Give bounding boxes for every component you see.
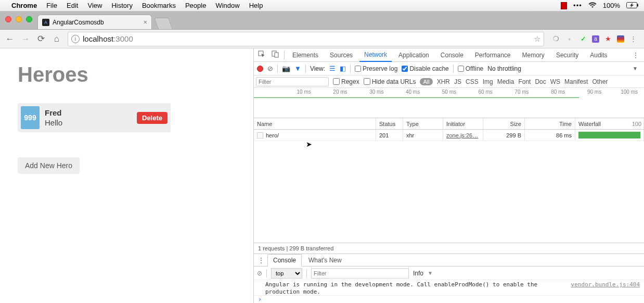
ext-icon-2[interactable]: ⭑ [565,34,574,44]
extensions: ❍ ⭑ ✓ a ★ ⋮ [551,34,638,44]
col-waterfall[interactable]: Waterfall100 [575,118,644,129]
col-initiator[interactable]: Initiator [443,118,483,129]
console-message: Angular is running in the development mo… [254,280,644,296]
close-window-button[interactable] [5,16,11,22]
tab-security[interactable]: Security [551,49,583,61]
disable-cache-checkbox[interactable]: Disable cache [402,65,448,72]
col-name[interactable]: Name [254,118,376,129]
menu-file[interactable]: File [46,2,57,9]
bookmark-icon[interactable]: ☆ [534,34,540,44]
console-source-link[interactable]: vendor.bundle.js:404 [571,281,640,288]
add-hero-button[interactable]: Add New Hero [18,157,80,174]
network-timeline[interactable]: 10 ms 20 ms 30 ms 40 ms 50 ms 60 ms 70 m… [254,88,644,118]
tab-console[interactable]: Console [436,49,468,61]
row-initiator[interactable]: zone.js:26… [446,132,478,138]
drawer-menu-icon[interactable]: ⋮ [256,257,266,264]
menu-help[interactable]: Help [249,2,263,9]
delete-button[interactable]: Delete [137,112,168,124]
filter-js[interactable]: JS [454,78,461,85]
battery-percent: 100% [603,2,620,9]
table-row[interactable]: hero/ 201 xhr zone.js:26… 299 B 86 ms [254,130,644,141]
site-info-icon[interactable]: i [71,35,80,43]
col-status[interactable]: Status [376,118,403,129]
filter-other[interactable]: Other [592,78,608,85]
forward-button[interactable]: → [19,34,32,44]
menu-window[interactable]: Window [215,2,239,9]
filter-img[interactable]: Img [483,78,493,85]
tab-performance[interactable]: Performance [470,49,516,61]
hide-data-urls-checkbox[interactable]: Hide data URLs [364,78,416,85]
menu-extra-dots-icon[interactable]: ••• [573,2,582,9]
menu-edit[interactable]: Edit [67,2,78,9]
page-title: Heroes [18,63,248,86]
filter-xhr[interactable]: XHR [437,78,450,85]
filter-doc[interactable]: Doc [535,78,546,85]
menu-bookmarks[interactable]: Bookmarks [142,2,176,9]
offline-checkbox[interactable]: Offline [458,65,483,72]
close-tab-icon[interactable]: × [143,18,147,26]
ext-icon-5[interactable]: ★ [603,34,613,44]
throttling-select[interactable]: No throttling [487,65,521,72]
address-bar[interactable]: i localhost:3000 ☆ [68,32,544,46]
hero-card[interactable]: 999 Fred Hello Delete [18,103,171,132]
tab-memory[interactable]: Memory [518,49,549,61]
chrome-menu-icon[interactable]: ⋮ [628,34,638,44]
drawer-tab-console[interactable]: Console [267,254,302,267]
devtools-more-icon[interactable]: ⋮ [629,52,642,59]
url-text: localhost:3000 [83,34,133,43]
battery-icon[interactable] [626,2,639,10]
record-icon[interactable] [257,66,263,72]
filter-all[interactable]: All [420,78,432,85]
filter-media[interactable]: Media [497,78,514,85]
filter-toggle-icon[interactable]: ▼ [294,65,301,72]
tick: 60 ms [456,89,493,95]
regex-checkbox[interactable]: Regex [333,78,359,85]
reload-button[interactable]: ⟳ [34,33,48,44]
view-list-icon[interactable]: ☰ [329,65,336,72]
throttling-dropdown-icon[interactable]: ▼ [633,66,638,71]
tab-network[interactable]: Network [359,48,392,62]
filter-manifest[interactable]: Manifest [564,78,588,85]
device-icon[interactable] [269,51,281,59]
console-clear-icon[interactable]: ⊘ [257,270,262,277]
level-select[interactable]: Info [413,270,423,277]
clear-icon[interactable]: ⊘ [267,65,273,72]
col-time[interactable]: Time [525,118,575,129]
view-large-icon[interactable]: ◧ [340,65,346,72]
zoom-window-button[interactable] [26,16,32,22]
filter-css[interactable]: CSS [466,78,479,85]
level-dropdown-icon[interactable]: ▼ [428,270,433,276]
devtools-tabs: Elements Sources Network Application Con… [254,48,644,62]
console-prompt[interactable]: › [254,296,644,303]
back-button[interactable]: ← [3,34,17,44]
col-size[interactable]: Size [483,118,525,129]
new-tab-button[interactable] [154,18,173,29]
drawer-tab-whatsnew[interactable]: What's New [303,254,347,267]
ext-icon-1[interactable]: ❍ [551,34,561,44]
wifi-icon[interactable] [588,2,597,10]
menu-app[interactable]: Chrome [11,2,37,9]
tab-application[interactable]: Application [394,49,434,61]
browser-tab[interactable]: A AngularCosmosdb × [37,15,152,29]
menu-history[interactable]: History [111,2,132,9]
filter-font[interactable]: Font [518,78,531,85]
ext-icon-3[interactable]: ✓ [578,34,588,44]
capture-icon[interactable]: 📷 [282,65,290,72]
ext-icon-4[interactable]: a [592,35,599,43]
menu-extra-icon[interactable] [561,2,567,9]
col-type[interactable]: Type [403,118,443,129]
home-button[interactable]: ⌂ [50,34,63,44]
ext-icon-6[interactable] [617,35,624,43]
tab-elements[interactable]: Elements [288,49,323,61]
filter-ws[interactable]: WS [550,78,560,85]
menu-view[interactable]: View [87,2,102,9]
context-select[interactable]: top [271,268,302,279]
tab-audits[interactable]: Audits [585,49,612,61]
minimize-window-button[interactable] [16,16,22,22]
menu-people[interactable]: People [185,2,206,9]
preserve-log-checkbox[interactable]: Preserve log [355,65,397,72]
console-filter-input[interactable] [311,268,409,279]
inspect-icon[interactable] [256,51,267,59]
tab-sources[interactable]: Sources [325,49,357,61]
filter-input[interactable] [256,77,329,86]
